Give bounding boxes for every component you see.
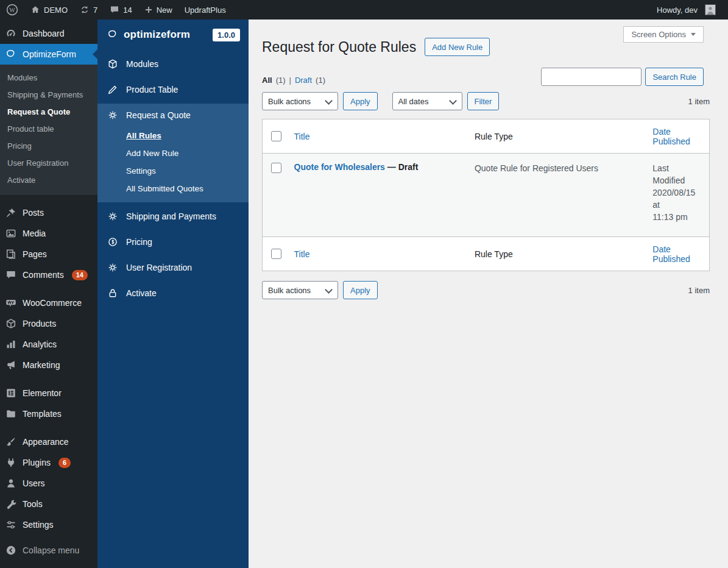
plugins-plug-icon xyxy=(5,457,17,468)
select-all-checkbox-bottom[interactable] xyxy=(271,249,281,259)
plugin-brand: optimizeform 1.0.0 xyxy=(97,20,249,50)
pencil-icon xyxy=(107,84,118,95)
submenu-product-table[interactable]: Product table xyxy=(0,121,97,138)
pages-icon xyxy=(5,249,17,260)
comments-bubble-icon xyxy=(110,5,119,15)
wordpress-logo-icon: W xyxy=(6,4,18,16)
updraftplus-menu[interactable]: UpdraftPlus xyxy=(178,0,232,20)
new-content-button[interactable]: New xyxy=(138,0,178,20)
rule-title-link[interactable]: Quote for Wholesalers xyxy=(294,162,385,172)
plugin-item-pricing[interactable]: Pricing xyxy=(97,230,249,254)
add-new-rule-button[interactable]: Add New Rule xyxy=(425,38,490,56)
media-icon xyxy=(5,228,17,239)
sidebar-item-products[interactable]: Products xyxy=(0,313,97,334)
comments-icon xyxy=(5,269,17,280)
collapse-menu-button[interactable]: Collapse menu xyxy=(0,540,97,561)
appearance-brush-icon xyxy=(5,436,17,447)
sort-date-header[interactable]: Date Published xyxy=(652,127,690,146)
elementor-icon xyxy=(5,388,17,399)
optimizeform-logo-icon xyxy=(107,28,118,41)
select-all-checkbox[interactable] xyxy=(271,131,281,141)
view-all-link[interactable]: All xyxy=(262,76,272,85)
bulk-actions-select[interactable]: Bulk actions xyxy=(262,92,338,110)
table-header-row: Title Rule Type Date Published xyxy=(263,119,710,154)
request-a-quote-section: Request a Quote All Rules Add New Rule S… xyxy=(97,104,249,202)
optimizeform-blob-icon xyxy=(5,49,17,60)
sidebar-item-appearance[interactable]: Appearance xyxy=(0,431,97,452)
plugin-item-request-a-quote[interactable]: Request a Quote xyxy=(97,104,249,127)
view-draft-link[interactable]: Draft xyxy=(295,76,312,85)
analytics-bars-icon xyxy=(5,339,17,350)
rule-type-cell: Quote Rule for Registered Users xyxy=(468,154,646,237)
plugin-item-shipping-payments[interactable]: Shipping and Payments xyxy=(97,205,249,228)
updates-button[interactable]: 7 xyxy=(74,0,104,20)
rule-type-footer: Rule Type xyxy=(468,237,646,271)
date-filter-select[interactable]: All dates xyxy=(392,92,462,110)
marketing-megaphone-icon xyxy=(5,360,17,371)
sidebar-item-media[interactable]: Media xyxy=(0,223,97,244)
home-icon xyxy=(30,5,40,15)
submenu-pricing[interactable]: Pricing xyxy=(0,138,97,155)
sidebar-item-elementor[interactable]: Elementor xyxy=(0,383,97,403)
site-menu[interactable]: DEMO xyxy=(24,0,74,20)
users-icon xyxy=(5,478,17,489)
svg-text:W: W xyxy=(9,7,15,13)
sidebar-item-marketing[interactable]: Marketing xyxy=(0,355,97,375)
bulk-actions-select-bottom[interactable]: Bulk actions xyxy=(262,281,338,299)
submenu-modules[interactable]: Modules xyxy=(0,69,97,87)
sidebar-item-plugins[interactable]: Plugins 6 xyxy=(0,452,97,473)
row-checkbox[interactable] xyxy=(271,163,281,173)
plugin-sub-add-new-rule[interactable]: Add New Rule xyxy=(97,144,249,162)
plugin-sub-settings[interactable]: Settings xyxy=(97,162,249,180)
rule-status: — Draft xyxy=(387,162,419,172)
comments-button[interactable]: 14 xyxy=(104,0,138,20)
tablenav-bottom: Bulk actions Apply 1 item xyxy=(262,281,710,299)
version-badge: 1.0.0 xyxy=(213,29,240,41)
submenu-request-a-quote[interactable]: Request a Quote xyxy=(0,104,97,121)
filter-button[interactable]: Filter xyxy=(467,92,500,110)
sidebar-item-optimizeform[interactable]: OptimizeForm xyxy=(0,44,97,65)
sidebar-item-comments[interactable]: Comments 14 xyxy=(0,264,97,285)
sidebar-item-analytics[interactable]: Analytics xyxy=(0,334,97,355)
search-input[interactable] xyxy=(541,68,641,86)
sidebar-item-users[interactable]: Users xyxy=(0,473,97,494)
submenu-activate[interactable]: Activate xyxy=(0,172,97,189)
collapse-arrow-icon xyxy=(5,545,17,556)
tablenav-top: Bulk actions Apply All dates Filter 1 it… xyxy=(262,92,710,110)
plugin-sub-all-rules[interactable]: All Rules xyxy=(97,127,249,144)
view-all-count: (1) xyxy=(276,76,286,85)
apply-button[interactable]: Apply xyxy=(343,92,378,110)
plus-icon xyxy=(144,5,153,14)
woocommerce-icon xyxy=(5,297,17,308)
sort-title-footer[interactable]: Title xyxy=(294,249,310,259)
sidebar-item-templates[interactable]: Templates xyxy=(0,403,97,424)
plugin-item-modules[interactable]: Modules xyxy=(97,52,249,76)
sidebar-item-pages[interactable]: Pages xyxy=(0,244,97,264)
sidebar-item-tools[interactable]: Tools xyxy=(0,494,97,514)
sidebar-item-settings[interactable]: Settings xyxy=(0,514,97,535)
account-menu[interactable]: Howdy, dev xyxy=(651,0,722,20)
submenu-shipping-payments[interactable]: Shipping & Payments xyxy=(0,87,97,104)
sort-date-footer[interactable]: Date Published xyxy=(652,244,690,264)
plugin-item-activate[interactable]: Activate xyxy=(97,282,249,305)
posts-pin-icon xyxy=(5,207,17,218)
submenu-user-registration[interactable]: User Registration xyxy=(0,155,97,172)
sidebar-item-woocommerce[interactable]: WooCommerce xyxy=(0,293,97,313)
plugin-item-user-registration[interactable]: User Registration xyxy=(97,256,249,279)
optimizeform-submenu: Modules Shipping & Payments Request a Qu… xyxy=(0,65,97,195)
plugin-item-product-table[interactable]: Product Table xyxy=(97,78,249,101)
plugin-sub-all-submitted-quotes[interactable]: All Submitted Quotes xyxy=(97,180,249,197)
item-count-bottom: 1 item xyxy=(688,286,710,295)
sidebar-item-dashboard[interactable]: Dashboard xyxy=(0,23,97,44)
wp-logo-button[interactable]: W xyxy=(0,0,24,20)
gear-icon xyxy=(107,262,118,273)
sort-title-header[interactable]: Title xyxy=(294,132,310,141)
sidebar-item-posts[interactable]: Posts xyxy=(0,202,97,223)
search-rule-button[interactable]: Search Rule xyxy=(645,68,704,86)
date-published-cell: Last Modified 2020/08/15 at 11:13 pm xyxy=(646,154,709,237)
main-content: Screen Options Request for Quote Rules A… xyxy=(249,20,728,568)
page-title: Request for Quote Rules xyxy=(262,38,416,56)
tools-wrench-icon xyxy=(5,499,17,509)
apply-button-bottom[interactable]: Apply xyxy=(343,281,378,299)
gear-icon xyxy=(107,211,118,222)
